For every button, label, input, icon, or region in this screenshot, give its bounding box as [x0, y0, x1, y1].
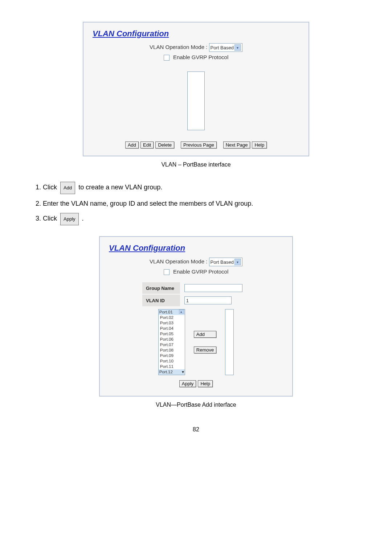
panel2-title: VLAN Configuration — [109, 243, 185, 253]
instruction-2: Enter the VLAN name, group ID and select… — [43, 198, 359, 209]
list-item[interactable]: Port.04 — [159, 326, 185, 331]
mode-label: VLAN Operation Mode : — [150, 44, 207, 50]
panel2-caption: VLAN—PortBase Add interface — [33, 402, 359, 408]
list-item[interactable]: Port.11 — [159, 364, 185, 369]
mode-label-2: VLAN Operation Mode : — [150, 258, 207, 264]
remove-port-button[interactable]: Remove — [194, 346, 216, 353]
port-select-row: Port.01 ▴ Port.02 Port.03 Port.04 Port.0… — [127, 309, 265, 375]
instruction-3: Click Apply . — [43, 213, 359, 225]
instr1-b: to create a new VLAN group. — [78, 184, 162, 191]
screenshot-vlan-interface: VLAN Configuration VLAN Operation Mode :… — [83, 22, 309, 156]
list-item[interactable]: Port.03 — [159, 320, 185, 326]
gvrp-checkbox-2[interactable] — [164, 269, 170, 275]
screenshot-vlan-add-interface: VLAN Configuration VLAN Operation Mode :… — [99, 236, 293, 397]
help-button-2[interactable]: Help — [198, 380, 213, 387]
edit-button[interactable]: Edit — [140, 141, 154, 148]
group-form-table: Group Name VLAN ID — [142, 282, 250, 307]
vlan-id-input[interactable] — [184, 296, 232, 304]
list-item[interactable]: Port.09 — [159, 353, 185, 358]
gvrp-row-2: Enable GVRP Protocol — [109, 268, 283, 275]
panel1-inner: VLAN Configuration VLAN Operation Mode :… — [83, 22, 309, 156]
list-item[interactable]: Port.05 — [159, 331, 185, 337]
list-item[interactable]: Port.08 — [159, 348, 185, 353]
gvrp-row: Enable GVRP Protocol — [93, 54, 299, 61]
add-port-button[interactable]: Add — [194, 331, 216, 338]
mode-select-value-2: Port Based — [211, 259, 234, 265]
port-item-0: Port.01 — [159, 309, 173, 315]
vlan-id-row: VLAN ID — [142, 295, 250, 306]
instr3-b: . — [82, 215, 84, 222]
list-item[interactable]: Port.07 — [159, 342, 185, 348]
list-item[interactable]: Port.06 — [159, 337, 185, 342]
instruction-list: Click Add to create a new VLAN group. En… — [33, 182, 359, 225]
gvrp-checkbox[interactable] — [164, 55, 170, 61]
panel1-title-row: VLAN Configuration — [93, 29, 299, 39]
chevron-up-icon[interactable]: ▴ — [179, 309, 184, 314]
group-name-input[interactable] — [184, 284, 242, 292]
apply-button[interactable]: Apply — [179, 380, 196, 387]
instruction-1: Click Add to create a new VLAN group. — [43, 182, 359, 194]
group-name-label: Group Name — [142, 282, 180, 294]
port-item-11: Port.12 — [159, 369, 173, 375]
vlan-id-label: VLAN ID — [142, 295, 180, 306]
list-item[interactable]: Port.01 ▴ — [159, 309, 185, 315]
previous-page-button[interactable]: Previous Page — [181, 141, 217, 148]
mode-row-2: VLAN Operation Mode : Port Based ▾ — [109, 258, 283, 266]
add-button[interactable]: Add — [125, 141, 139, 148]
port-source-list[interactable]: Port.01 ▴ Port.02 Port.03 Port.04 Port.0… — [158, 309, 185, 375]
next-page-button[interactable]: Next Page — [223, 141, 250, 148]
add-remove-buttons: Add Remove — [194, 331, 216, 353]
mode-row: VLAN Operation Mode : Port Based ▾ — [93, 43, 299, 52]
panel1-title: VLAN Configuration — [93, 29, 169, 38]
apply-button-inline: Apply — [60, 213, 79, 225]
panel1-caption: VLAN – PortBase interface — [33, 161, 359, 168]
help-button[interactable]: Help — [252, 141, 267, 148]
mode-select[interactable]: Port Based ▾ — [209, 43, 242, 52]
gvrp-label-2: Enable GVRP Protocol — [173, 268, 228, 275]
chevron-down-icon: ▾ — [234, 44, 241, 51]
panel2-button-row: Apply Help — [109, 379, 283, 387]
port-target-list[interactable] — [225, 309, 234, 375]
mode-select-value: Port Based — [211, 45, 234, 50]
instr3-a: Click — [43, 215, 57, 222]
panel2-inner: VLAN Configuration VLAN Operation Mode :… — [100, 237, 292, 396]
vlan-listbox[interactable] — [187, 71, 205, 130]
group-name-row: Group Name — [142, 282, 250, 294]
list-item[interactable]: Port.12 ▾ — [159, 369, 185, 375]
panel2-title-row: VLAN Configuration — [109, 243, 283, 254]
panel1-button-row: Add Edit Delete Previous Page Next Page … — [93, 141, 299, 148]
mode-select-2[interactable]: Port Based ▾ — [209, 258, 242, 266]
list-item[interactable]: Port.02 — [159, 315, 185, 320]
instr1-a: Click — [43, 184, 57, 191]
add-button-inline: Add — [60, 182, 75, 194]
gvrp-label: Enable GVRP Protocol — [173, 54, 228, 60]
vlan-listbox-wrap — [93, 71, 299, 132]
chevron-down-icon[interactable]: ▾ — [182, 369, 184, 375]
page-number: 82 — [33, 426, 359, 433]
chevron-down-icon: ▾ — [234, 259, 241, 265]
list-item[interactable]: Port.10 — [159, 358, 185, 364]
delete-button[interactable]: Delete — [155, 141, 174, 148]
